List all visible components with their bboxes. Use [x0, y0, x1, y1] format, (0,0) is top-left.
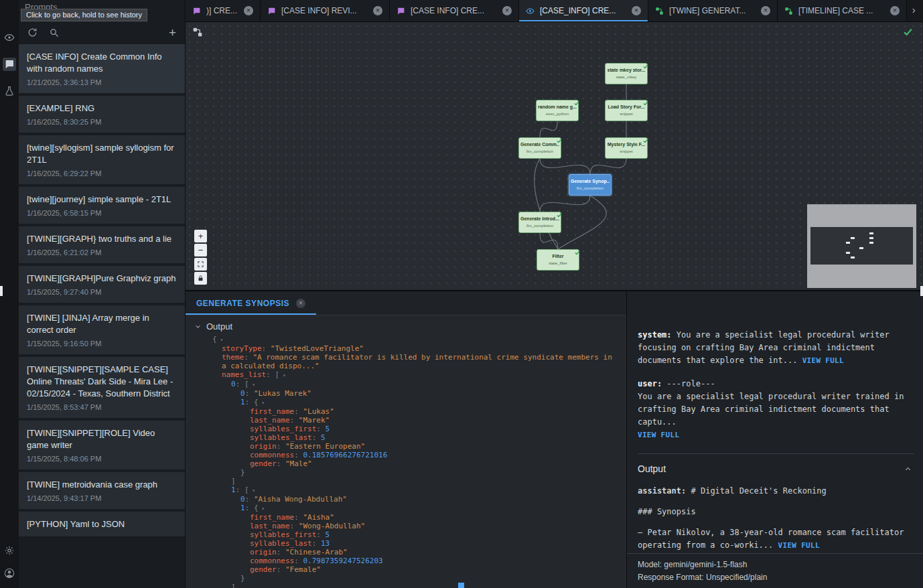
prompts-chat-icon[interactable] — [3, 58, 16, 71]
output-panel-tabs: GENERATE SYNOPSIS × — [186, 291, 626, 315]
prompt-list-item[interactable]: [CASE INFO] Create Common Info with rand… — [19, 44, 185, 93]
prompt-list-item[interactable]: [TWINE] [JINJA] Array merge in correct o… — [19, 305, 185, 354]
inspector-panel: system: You are a specialist legal proce… — [626, 291, 923, 588]
settings-gear-icon[interactable] — [3, 544, 16, 557]
node-check-icon — [642, 135, 649, 141]
close-icon[interactable]: × — [296, 299, 305, 308]
graph-node[interactable]: Mystery Style F...snippet — [605, 137, 648, 159]
node-check-icon — [556, 135, 563, 141]
prompt-list-item[interactable]: [TWINE][SNIPPET][ROLE] Video game writer… — [19, 421, 185, 469]
graph-canvas[interactable]: state mkey stor...state_mkeyrandom name … — [186, 22, 923, 290]
graph-node[interactable]: random name g...exec_python — [536, 100, 579, 121]
prompts-sidebar: Prompts Click to go back, hold to see hi… — [19, 0, 186, 588]
user-view-full-link[interactable]: VIEW FULL — [638, 431, 679, 439]
lock-button[interactable] — [194, 272, 207, 285]
tab[interactable]: [TWINE] GENERAT...× — [648, 0, 778, 21]
minimap-node-mark — [869, 232, 873, 234]
json-line: first_name: "Lukas" — [186, 407, 620, 416]
fit-view-button[interactable] — [194, 258, 207, 271]
prompt-list-item[interactable]: [TWINE] metroidvania case graph1/14/2025… — [19, 472, 185, 509]
json-line: commonness: 0.18576966276721016 — [186, 451, 620, 459]
bottom-panels: GENERATE SYNOPSIS × Output { ▾storyType:… — [186, 290, 923, 588]
prompt-list-item[interactable]: [TWINE][GRAPH} two truths and a lie1/16/… — [19, 226, 185, 263]
json-line: } — [186, 468, 620, 477]
chevron-up-icon[interactable] — [904, 465, 912, 473]
minimap-node-mark — [851, 237, 855, 239]
prompt-list-item[interactable]: [TWINE][SNIPPET][SAMPLE CASE] Online Thr… — [19, 357, 185, 418]
prompt-timestamp: 1/15/2025, 9:16:50 PM — [27, 339, 177, 348]
json-line: syllables_last: 13 — [186, 539, 620, 548]
icon-rail — [0, 0, 19, 588]
synopsis-text-block: — Petar Nikolov, a 38-year-old romance s… — [638, 526, 914, 552]
graph-node[interactable]: state mkey stor...state_mkey — [605, 63, 648, 84]
chat-icon — [397, 7, 405, 15]
tab[interactable]: [TIMELINE] CASE ...× — [778, 0, 907, 21]
tab-close-icon[interactable]: × — [761, 6, 770, 15]
graph-node[interactable]: Generate Introd...llm_completion — [518, 212, 561, 233]
prompt-timestamp: 1/16/2025, 6:58:15 PM — [27, 208, 177, 218]
graph-node[interactable]: Load Story For...snippet — [605, 100, 648, 121]
tab[interactable]: [CASE_INFO] CRE...× — [519, 0, 648, 21]
tab-close-icon[interactable]: × — [373, 6, 382, 15]
prompt-title: [twine][syllogism] sample syllogism for … — [27, 142, 177, 166]
tab-generate-synopsis[interactable]: GENERATE SYNOPSIS × — [186, 291, 316, 315]
splitter-handle-right[interactable] — [920, 286, 923, 296]
prompt-timestamp: 1/15/2025, 9:27:40 PM — [27, 287, 177, 297]
prompt-list-item[interactable]: [TWINE][GRAPH]Pure Graphviz graph1/15/20… — [19, 266, 185, 303]
tab[interactable]: [CASE INFO] CRE...× — [390, 0, 519, 21]
eye-icon[interactable] — [3, 31, 16, 44]
node-subtitle: snippet — [620, 149, 632, 154]
splitter-handle-left[interactable] — [0, 286, 3, 296]
search-icon[interactable] — [49, 27, 60, 38]
prompt-timestamp: 1/14/2025, 9:43:17 PM — [27, 494, 177, 503]
node-title: state mkey stor... — [608, 68, 646, 73]
refresh-icon[interactable] — [27, 27, 38, 38]
node-title: Filter — [552, 254, 563, 259]
tab-close-icon[interactable]: × — [890, 6, 900, 15]
tab-label: [CASE INFO] CRE... — [411, 6, 497, 15]
json-line: 1: { ▾ — [186, 504, 620, 513]
output-label: Output — [206, 321, 232, 332]
node-subtitle: state_filter — [549, 261, 567, 266]
prompt-title: [twine][journey] simple sample - 2T1L — [27, 194, 177, 206]
prompt-title: [TWINE][GRAPH} two truths and a lie — [27, 233, 177, 245]
system-view-full-link[interactable]: VIEW FULL — [802, 356, 844, 365]
graph-node[interactable]: Generate Comm...llm_completion — [518, 137, 561, 159]
main-area: )] CRE...×[CASE INFO] REVI...×[CASE INFO… — [186, 0, 923, 588]
tab-close-icon[interactable]: × — [244, 6, 253, 15]
tab-label: [TWINE] GENERAT... — [669, 6, 756, 15]
add-prompt-button[interactable]: + — [169, 27, 176, 38]
tab-close-icon[interactable]: × — [632, 6, 641, 15]
user-text: You are a specialist legal procedural wr… — [638, 392, 904, 427]
prompt-list-item[interactable]: [PYTHON] Yaml to JSON — [19, 512, 185, 536]
flask-icon[interactable] — [3, 84, 16, 98]
zoom-out-button[interactable]: − — [194, 244, 207, 256]
tab-close-icon[interactable]: × — [502, 6, 512, 15]
json-line: 0: "Lukas Marek" — [186, 389, 620, 398]
json-line: ] — [186, 477, 620, 486]
graph-node[interactable]: Generate Synop...llm_completion — [569, 174, 612, 196]
prompt-timestamp: 1/16/2025, 6:29:22 PM — [27, 169, 177, 178]
output-section-header[interactable]: Output — [186, 315, 626, 335]
prompt-list-item[interactable]: [twine][syllogism] sample syllogism for … — [19, 135, 185, 184]
tab-scroll-right-chevron-icon[interactable] — [907, 0, 920, 21]
json-line: syllables_first: 5 — [186, 425, 620, 433]
tab[interactable]: )] CRE...× — [186, 0, 261, 21]
json-line: last_name: "Marek" — [186, 416, 620, 425]
prompt-timestamp: 1/16/2025, 8:30:25 PM — [27, 117, 177, 127]
json-line: theme: "A romance scam facilitator is ki… — [186, 353, 620, 370]
output-section-header[interactable]: Output — [638, 463, 912, 474]
prompt-title: [TWINE] [JINJA] Array merge in correct o… — [27, 312, 177, 336]
splitter-handle-bottom[interactable] — [458, 583, 464, 588]
minimap[interactable] — [807, 204, 916, 288]
account-icon[interactable] — [3, 567, 16, 580]
zoom-in-button[interactable]: + — [194, 230, 207, 242]
assistant-view-full-link[interactable]: VIEW FULL — [778, 541, 820, 550]
prompt-list-item[interactable]: [twine][journey] simple sample - 2T1L1/1… — [19, 187, 185, 224]
node-title: Mystery Style F... — [608, 142, 645, 147]
tab[interactable]: [CASE INFO] REVI...× — [261, 0, 390, 21]
prompt-list-item[interactable]: [EXAMPLE] RNG1/16/2025, 8:30:25 PM — [19, 96, 185, 133]
prompt-title: [TWINE][GRAPH]Pure Graphviz graph — [27, 273, 177, 285]
graph-node[interactable]: Filterstate_filter — [537, 249, 579, 271]
json-line: syllables_last: 5 — [186, 433, 620, 442]
